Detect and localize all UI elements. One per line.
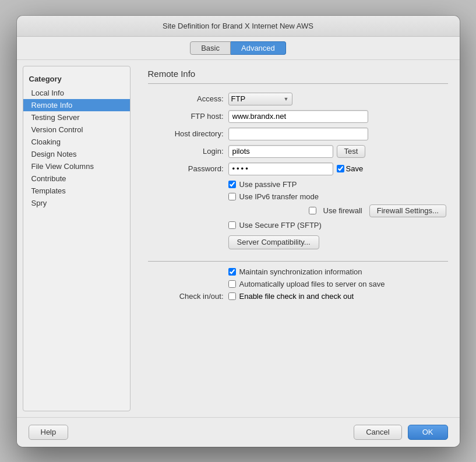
tab-basic[interactable]: Basic [190, 41, 231, 55]
checkin-label: Check in/out: [148, 292, 224, 301]
footer-right: Cancel OK [354, 425, 447, 440]
secure-ftp-row: Use Secure FTP (SFTP) [148, 221, 448, 230]
save-label[interactable]: Save [346, 164, 364, 173]
sidebar-item-testing-server[interactable]: Testing Server [23, 111, 130, 124]
host-directory-row: Host directory: [148, 128, 448, 140]
sidebar-item-cloaking[interactable]: Cloaking [23, 136, 130, 148]
firewall-settings-button[interactable]: Firewall Settings... [369, 204, 446, 217]
save-checkbox[interactable] [337, 165, 344, 172]
maintain-sync-checkbox[interactable] [228, 268, 236, 276]
section-divider [148, 261, 448, 262]
password-input[interactable] [228, 163, 333, 175]
panel-divider [148, 83, 448, 84]
maintain-sync-label[interactable]: Maintain synchronization information [239, 267, 362, 276]
ok-button[interactable]: OK [408, 425, 448, 440]
dialog-title: Site Definition for Brand X Internet New… [163, 22, 313, 30]
firewall-checkbox[interactable] [309, 207, 316, 214]
firewall-row: Use firewall Firewall Settings... [148, 204, 448, 217]
secure-ftp-label[interactable]: Use Secure FTP (SFTP) [239, 221, 322, 230]
host-directory-label: Host directory: [148, 129, 224, 138]
main-panel: Remote Info Access: FTP SFTP Local/Netwo… [136, 60, 460, 417]
checkin-row: Check in/out: Enable file check in and c… [148, 292, 448, 301]
ipv6-checkbox[interactable] [228, 193, 236, 200]
password-row: Password: Save [148, 163, 448, 175]
host-directory-input[interactable] [228, 128, 368, 140]
sidebar-item-templates[interactable]: Templates [23, 185, 130, 197]
auto-upload-row: Automatically upload files to server on … [148, 280, 448, 288]
access-label: Access: [148, 94, 224, 103]
passive-ftp-checkbox[interactable] [228, 181, 236, 188]
checkin-inner: Enable file check in and check out [228, 292, 354, 301]
ftp-host-row: FTP host: [148, 110, 448, 123]
auto-upload-label[interactable]: Automatically upload files to server on … [239, 280, 385, 288]
sidebar-item-local-info[interactable]: Local Info [23, 87, 130, 99]
login-input[interactable] [228, 145, 333, 158]
test-button[interactable]: Test [337, 145, 366, 158]
footer: Help Cancel OK [17, 417, 460, 447]
cancel-button[interactable]: Cancel [354, 425, 401, 440]
sidebar: Category Local Info Remote Info Testing … [23, 66, 131, 411]
ftp-host-label: FTP host: [148, 112, 224, 121]
panel-title: Remote Info [148, 69, 448, 79]
save-checkbox-row: Save [337, 164, 364, 173]
enable-checkin-checkbox[interactable] [228, 292, 236, 300]
sidebar-category: Category [23, 72, 130, 87]
ftp-host-input[interactable] [228, 110, 368, 123]
ipv6-row: Use IPv6 transfer mode [148, 192, 448, 201]
title-bar: Site Definition for Brand X Internet New… [17, 16, 460, 37]
login-label: Login: [148, 147, 224, 156]
access-select-wrapper: FTP SFTP Local/Network WebDAV RDS None [228, 93, 292, 105]
content-area: Category Local Info Remote Info Testing … [17, 60, 460, 417]
dialog: Site Definition for Brand X Internet New… [17, 16, 460, 447]
ipv6-label[interactable]: Use IPv6 transfer mode [239, 192, 319, 201]
firewall-inner: Use firewall Firewall Settings... [228, 204, 446, 217]
tab-advanced[interactable]: Advanced [231, 41, 286, 55]
passive-ftp-row: Use passive FTP [148, 180, 448, 189]
sidebar-item-version-control[interactable]: Version Control [23, 124, 130, 136]
sidebar-item-contribute[interactable]: Contribute [23, 172, 130, 185]
help-button[interactable]: Help [29, 425, 69, 440]
server-compatibility-button[interactable]: Server Compatibility... [228, 235, 319, 249]
password-label: Password: [148, 164, 224, 173]
firewall-label[interactable]: Use firewall [323, 206, 362, 215]
sidebar-item-remote-info[interactable]: Remote Info [23, 99, 130, 111]
maintain-sync-row: Maintain synchronization information [148, 267, 448, 276]
secure-ftp-checkbox[interactable] [228, 221, 236, 229]
access-row: Access: FTP SFTP Local/Network WebDAV RD… [148, 93, 448, 105]
enable-checkin-label[interactable]: Enable file check in and check out [239, 292, 354, 301]
access-select[interactable]: FTP SFTP Local/Network WebDAV RDS None [228, 93, 292, 105]
auto-upload-checkbox[interactable] [228, 280, 236, 288]
passive-ftp-label[interactable]: Use passive FTP [239, 180, 297, 189]
tab-bar: Basic Advanced [17, 37, 460, 60]
sidebar-item-file-view-columns[interactable]: File View Columns [23, 160, 130, 172]
sidebar-item-design-notes[interactable]: Design Notes [23, 148, 130, 160]
sidebar-item-spry[interactable]: Spry [23, 197, 130, 209]
login-row: Login: Test [148, 145, 448, 158]
